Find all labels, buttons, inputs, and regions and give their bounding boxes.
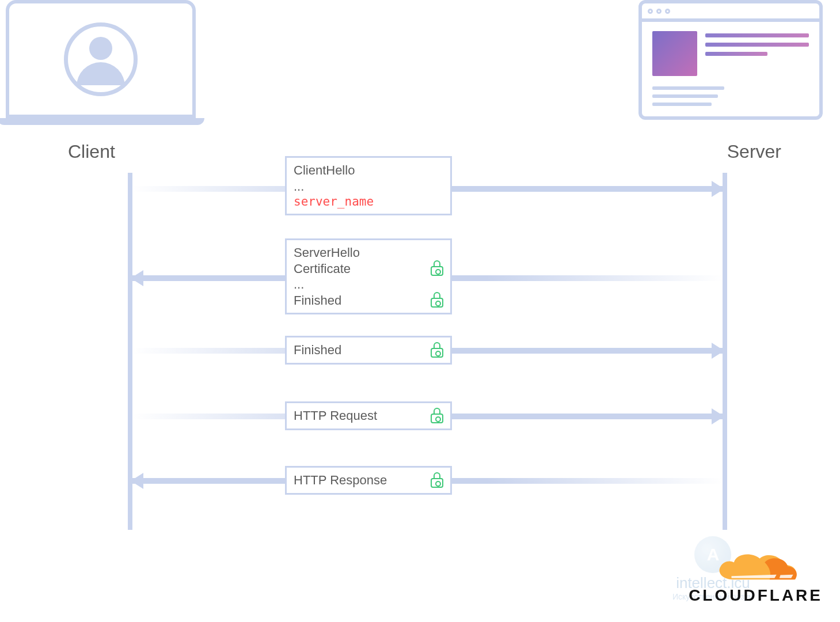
msg-text-highlight: server_name [294, 194, 374, 209]
client-label: Client [68, 141, 115, 162]
msg-http-response: HTTP Response [285, 466, 452, 495]
browser-titlebar [642, 3, 819, 22]
laptop-screen [6, 0, 196, 118]
msg-client-hello: ClientHello ... server_name [285, 156, 452, 215]
msg-text: HTTP Request [294, 408, 377, 424]
lock-icon [431, 473, 443, 488]
tls-handshake-diagram: Client Server ClientHello ... server_nam… [0, 0, 840, 622]
msg-http-request: HTTP Request [285, 401, 452, 430]
lock-icon [431, 408, 443, 423]
page-thumbnail [652, 31, 697, 76]
msg-text: Finished [294, 342, 341, 358]
cloudflare-logo-text: CLOUDFLARE [689, 586, 823, 605]
cloudflare-logo: CLOUDFLARE [689, 547, 823, 605]
msg-server-hello: ServerHello Certificate ... Finished [285, 238, 452, 314]
server-icon [638, 0, 823, 120]
msg-text: ... [294, 276, 304, 293]
msg-client-finished: Finished [285, 336, 452, 365]
msg-text: ServerHello [294, 245, 360, 261]
msg-text: Finished [294, 293, 341, 309]
msg-text: ... [294, 179, 304, 195]
lock-icon [431, 343, 443, 358]
msg-text: Certificate [294, 261, 351, 277]
msg-text: HTTP Response [294, 472, 387, 488]
lock-icon [431, 261, 443, 276]
lock-icon [431, 293, 443, 308]
msg-text: ClientHello [294, 162, 355, 179]
client-icon [6, 0, 213, 125]
server-label: Server [727, 141, 781, 162]
cloud-icon [707, 547, 805, 587]
user-avatar-icon [64, 22, 138, 96]
